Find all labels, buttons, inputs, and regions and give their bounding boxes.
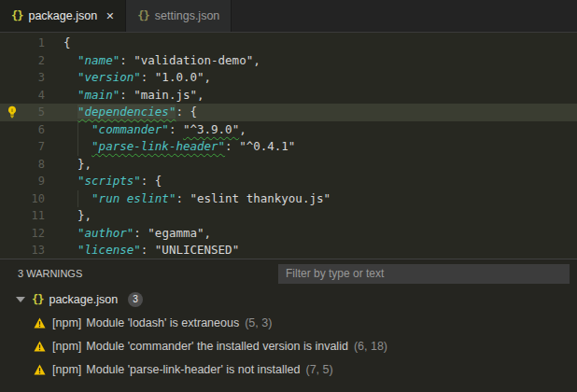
editor-line[interactable]: 13"license": "UNLICENSED" [0,242,577,259]
tab-label: package.json [28,9,97,22]
code-line-content[interactable]: { [58,35,577,52]
editor-gutter: 2 [0,52,58,70]
editor-line[interactable]: 10"run eslint": "eslint thankyou.js" [0,190,577,208]
editor-line[interactable]: 8}, [0,156,577,174]
code-token: : [134,226,148,240]
json-file-icon: {} [32,293,43,306]
code-line-content[interactable]: "name": "validation-demo", [58,52,577,70]
code-line-content[interactable]: "run eslint": "eslint thankyou.js" [58,190,577,208]
code-token: "validation-demo" [134,53,253,67]
code-line-content[interactable]: "main": "main.js", [58,87,577,105]
line-number: 7 [38,138,45,156]
code-token: "dependencies" [77,105,176,119]
tab-settings-json[interactable]: {} settings.json [126,0,232,32]
tab-label: settings.json [155,9,219,22]
editor-gutter: 13 [0,242,58,259]
editor-gutter: 5 [0,104,58,121]
code-token: "egamma" [148,226,204,240]
code-token: "scripts" [77,174,141,188]
code-line-content[interactable]: }, [58,156,577,174]
code-token: : [176,191,190,205]
code-line-content[interactable]: "dependencies": { [58,104,577,121]
code-line-content[interactable]: }, [58,207,577,225]
expand-twistie-icon[interactable] [16,297,25,302]
editor-line[interactable]: 1{ [0,35,577,52]
problem-position: (6, 18) [354,340,387,353]
code-token: , [253,53,260,67]
warnings-count: 3 WARNINGS [18,268,82,279]
code-token: "main" [77,88,120,102]
code-token: "name" [77,53,120,67]
problem-message: Module 'parse-link-header' is not instal… [86,363,300,376]
code-token: : [141,243,155,257]
code-token: "author" [77,226,134,240]
editor-line[interactable]: 11}, [0,207,577,225]
code-token: "license" [77,243,141,257]
problem-row[interactable]: [npm]Module 'commander' the installed ve… [0,334,577,357]
code-token: : [169,122,183,136]
code-token: "run eslint" [91,191,176,205]
problems-file-name: package.json [49,293,118,306]
json-file-icon: {} [11,9,22,22]
editor-line[interactable]: 5"dependencies": { [0,104,577,121]
lightbulb-icon[interactable] [6,105,19,119]
editor-gutter: 12 [0,225,58,243]
editor-line[interactable]: 12"author": "egamma", [0,225,577,243]
problem-row[interactable]: [npm]Module 'lodash' is extraneous(5, 3) [0,311,577,334]
code-token: "commander" [91,122,169,136]
code-token: "parse-link-header" [91,139,225,153]
line-number: 4 [38,87,45,105]
code-line-content[interactable]: "license": "UNLICENSED" [58,242,577,259]
line-number: 8 [38,156,45,174]
problems-filter-input[interactable] [278,264,570,284]
warning-icon [34,317,46,329]
code-token: "1.0.0" [155,70,204,84]
editor-line[interactable]: 9"scripts": { [0,173,577,190]
editor-tab-bar: {} package.json ✕ {} settings.json [0,0,577,33]
line-number: 11 [32,207,45,225]
code-line-content[interactable]: "commander": "^3.9.0", [58,121,577,139]
problems-file-row[interactable]: {} package.json 3 [0,287,577,311]
problem-source: [npm] [52,340,81,353]
code-token: : [141,70,155,84]
problem-message: Module 'commander' the installed version… [86,340,348,353]
code-line-content[interactable]: "scripts": { [58,173,577,190]
line-number: 3 [38,69,45,87]
code-token: }, [77,157,91,171]
json-file-icon: {} [137,9,148,22]
editor-gutter: 4 [0,87,58,105]
code-token: , [204,226,212,240]
code-line-content[interactable]: "parse-link-header": "^0.4.1" [58,138,577,156]
code-token: : [120,53,134,67]
code-editor[interactable]: 1{2"name": "validation-demo",3"version":… [0,33,577,259]
problem-row[interactable]: [npm]Module 'parse-link-header' is not i… [0,357,577,381]
problem-source: [npm] [52,363,81,376]
editor-line[interactable]: 2"name": "validation-demo", [0,52,577,70]
code-token: : { [141,174,162,188]
close-tab-icon[interactable]: ✕ [106,11,114,21]
line-number: 5 [38,104,45,121]
code-token: , [204,70,212,84]
problem-position: (7, 5) [305,363,332,376]
tab-package-json[interactable]: {} package.json ✕ [0,0,126,32]
editor-line[interactable]: 7"parse-link-header": "^0.4.1" [0,138,577,156]
code-line-content[interactable]: "version": "1.0.0", [58,69,577,87]
line-number: 2 [38,52,45,70]
code-token: "UNLICENSED" [155,243,239,257]
editor-gutter: 6 [0,121,58,139]
editor-gutter: 7 [0,138,58,156]
problems-panel-header: 3 WARNINGS [0,259,577,287]
editor-line[interactable]: 6"commander": "^3.9.0", [0,121,577,139]
editor-gutter: 11 [0,207,58,225]
problems-count-badge: 3 [128,292,143,307]
editor-line[interactable]: 4"main": "main.js", [0,87,577,105]
problems-tree: {} package.json 3 [npm]Module 'lodash' i… [0,287,577,392]
line-number: 10 [32,190,45,208]
editor-gutter: 1 [0,35,58,52]
code-token: "version" [77,70,141,84]
code-line-content[interactable]: "author": "egamma", [58,225,577,243]
code-token: }, [77,208,91,222]
editor-line[interactable]: 3"version": "1.0.0", [0,69,577,87]
code-token: : [120,88,134,102]
warning-icon [34,364,46,375]
